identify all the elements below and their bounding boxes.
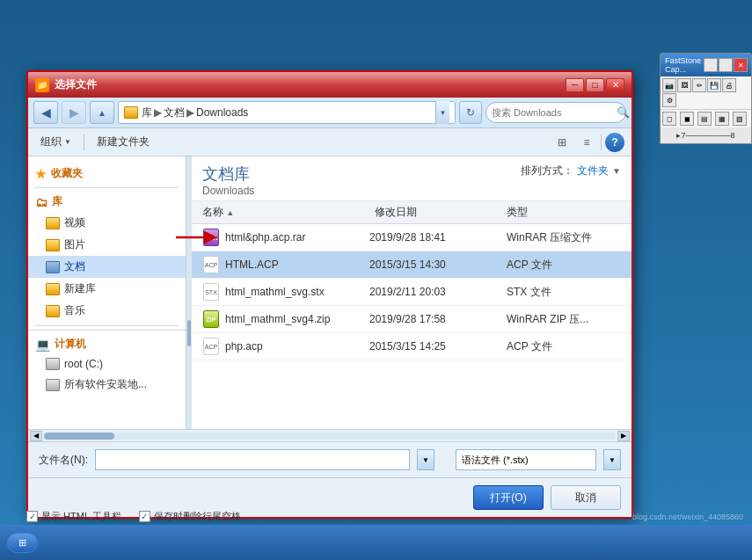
h-scroll-right-btn[interactable]: ▶: [617, 431, 630, 441]
fs-btn-3[interactable]: ✏: [692, 78, 706, 92]
file-item-3[interactable]: ZIP html_mathml_svg4.zip 2019/9/28 17:58…: [192, 306, 632, 333]
back-button[interactable]: ◀: [33, 101, 58, 124]
fs-btn-1[interactable]: 📷: [662, 78, 676, 92]
titlebar-controls: ─ □ ✕: [566, 78, 624, 92]
computer-icon: 💻: [35, 338, 50, 352]
close-button[interactable]: ✕: [606, 78, 624, 92]
sort-arrow: ▼: [612, 166, 621, 176]
checkbox-save-trailing-box[interactable]: ✓: [139, 511, 150, 522]
breadcrumb-dropdown[interactable]: ▼: [435, 101, 449, 124]
search-bar: 🔍: [486, 102, 626, 123]
checkbox-save-trailing-label: 保存时删除行尾空格: [154, 510, 241, 523]
sort-value[interactable]: 文件夹: [577, 164, 609, 178]
fs-grid-5[interactable]: ▧: [733, 112, 747, 126]
nav-item-pictures[interactable]: 图片: [28, 234, 186, 256]
library-header: 文档库 Downloads 排列方式： 文件夹 ▼: [192, 156, 632, 201]
col-name-header: 名称 ▲: [202, 205, 375, 220]
nav-label-music: 音乐: [64, 303, 85, 318]
checkbox-html-toolbar-label: 显示 HTML 工具栏: [41, 510, 121, 523]
fs-btn-4[interactable]: 💾: [707, 78, 721, 92]
fs-grid-2[interactable]: ◼: [680, 112, 694, 126]
nav-item-c-drive[interactable]: root (C:): [28, 354, 186, 374]
faststone-title: FastStone Cap...: [665, 56, 701, 74]
file-item-4[interactable]: ACP php.acp 2015/3/15 14:25 ACP 文件: [192, 333, 632, 360]
organize-arrow: ▼: [64, 138, 71, 146]
computer-header[interactable]: 💻 计算机: [28, 334, 186, 354]
open-button[interactable]: 打开(O): [473, 485, 544, 510]
dialog-icon: 📁: [35, 78, 49, 92]
search-input[interactable]: [492, 107, 613, 118]
library-header[interactable]: 🗂 库: [28, 192, 186, 212]
h-scroll-thumb: [44, 433, 114, 440]
filename-input[interactable]: [95, 449, 410, 470]
search-icon[interactable]: 🔍: [617, 106, 630, 119]
file-icon-4: ACP: [202, 338, 220, 355]
content-area: ★ 收藏夹 🗂 库 视频: [28, 156, 632, 429]
fs-grid-4[interactable]: ▦: [715, 112, 729, 126]
file-name-3: html_mathml_svg4.zip: [225, 313, 364, 325]
fs-grid-3[interactable]: ▤: [697, 112, 712, 126]
minimize-button[interactable]: ─: [566, 78, 584, 92]
file-item-1[interactable]: ACP HTML.ACP 2015/3/15 14:30 ACP 文件: [192, 251, 632, 279]
file-icon-1: ACP: [202, 256, 220, 273]
h-scroll-left-btn[interactable]: ◀: [30, 431, 42, 441]
up-button[interactable]: ▲: [90, 101, 114, 124]
favorites-header[interactable]: ★ 收藏夹: [28, 164, 186, 184]
nav-item-documents[interactable]: 文档: [28, 256, 186, 278]
new-folder-button[interactable]: 新建文件夹: [91, 132, 155, 152]
filename-dropdown-btn[interactable]: ▼: [417, 449, 434, 470]
faststone-close[interactable]: ✕: [734, 58, 748, 72]
nav-item-newlib[interactable]: 新建库: [28, 278, 186, 300]
faststone-maximize[interactable]: □: [719, 58, 733, 72]
help-button[interactable]: ?: [605, 133, 624, 152]
cancel-button[interactable]: 取消: [551, 485, 621, 510]
maximize-button[interactable]: □: [586, 78, 604, 92]
col-date-header: 修改日期: [375, 205, 507, 220]
file-item-2[interactable]: STX html_mathml_svg.stx 2019/2/11 20:03 …: [192, 279, 632, 306]
checkbox-html-toolbar[interactable]: ✓ 显示 HTML 工具栏: [26, 510, 121, 523]
nav-label-pictures: 图片: [64, 237, 85, 252]
windows-logo: ⊞: [18, 537, 26, 549]
file-item-0[interactable]: RAR html&php.acp.rar 2019/9/28 18:41 Win…: [192, 224, 632, 251]
folder-video-icon: [46, 217, 60, 229]
checkbox-html-toolbar-box[interactable]: ✓: [26, 511, 38, 522]
file-type-4: ACP 文件: [507, 339, 621, 354]
refresh-button[interactable]: ↻: [459, 101, 482, 124]
nav-label-documents: 文档: [64, 259, 85, 274]
nav-item-music[interactable]: 音乐: [28, 300, 186, 322]
fs-grid-1[interactable]: ◻: [662, 112, 676, 126]
checkbox-save-trailing[interactable]: ✓ 保存时删除行尾空格: [139, 510, 241, 523]
organize-button[interactable]: 组织 ▼: [35, 132, 77, 152]
h-scrollbar[interactable]: ◀ ▶: [28, 429, 632, 441]
view-list-btn[interactable]: ≡: [576, 133, 597, 152]
file-icon-2: STX: [202, 283, 220, 301]
rar-icon-0: RAR: [203, 229, 219, 246]
favorites-label: 收藏夹: [51, 166, 83, 181]
divider-1: [35, 187, 179, 188]
fs-btn-5[interactable]: 🖨: [722, 78, 736, 92]
toolbar-row: 组织 ▼ 新建文件夹 ⊞ ≡ ?: [28, 128, 632, 156]
fs-btn-6[interactable]: ⚙: [662, 93, 676, 107]
filetype-dropdown-btn[interactable]: ▼: [603, 449, 621, 470]
start-button[interactable]: ⊞: [7, 533, 38, 553]
nav-label-c: root (C:): [64, 358, 103, 370]
faststone-minimize[interactable]: ─: [704, 58, 718, 72]
forward-button[interactable]: ▶: [62, 101, 86, 124]
fs-btn-2[interactable]: 🖼: [677, 78, 691, 92]
check-save-trailing: ✓: [141, 512, 148, 521]
nav-label-newlib: 新建库: [64, 281, 96, 296]
zip-icon-3: ZIP: [203, 310, 219, 328]
col-type-header: 类型: [507, 205, 621, 220]
file-icon-0: RAR: [202, 229, 220, 246]
toolbar-divider: [84, 135, 84, 150]
view-extra-btn[interactable]: ⊞: [551, 133, 573, 152]
left-scrollbar[interactable]: [186, 156, 192, 429]
nav-item-all-software[interactable]: 所有软件安装地...: [28, 374, 186, 396]
nav-label-software: 所有软件安装地...: [64, 377, 147, 392]
h-scroll-track[interactable]: [44, 433, 616, 440]
nav-item-video[interactable]: 视频: [28, 212, 186, 234]
nav-panel: ★ 收藏夹 🗂 库 视频: [28, 156, 186, 429]
sep-1: ▶: [154, 106, 162, 119]
taskbar: ⊞: [0, 525, 752, 560]
filename-label: 文件名(N):: [39, 453, 88, 468]
